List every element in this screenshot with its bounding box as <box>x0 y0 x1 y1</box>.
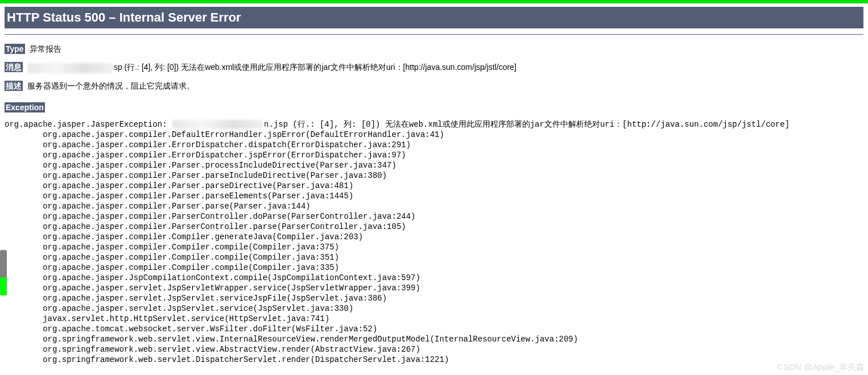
redacted-text <box>28 63 113 73</box>
stack-line: org.springframework.web.servlet.view.Int… <box>5 334 863 344</box>
type-value: 异常报告 <box>30 44 61 53</box>
page-title: HTTP Status 500 – Internal Server Error <box>5 7 863 28</box>
divider <box>5 34 863 35</box>
stack-line: org.apache.jasper.compiler.Parser.parseD… <box>5 181 863 191</box>
stack-line: org.apache.jasper.servlet.JspServlet.ser… <box>5 293 863 303</box>
description-row: 描述 服务器遇到一个意外的情况，阻止它完成请求。 <box>5 80 863 92</box>
stack-line: org.apache.jasper.compiler.Compiler.comp… <box>5 262 863 273</box>
type-row: Type 异常报告 <box>5 43 863 55</box>
stack-line: org.apache.jasper.compiler.Compiler.comp… <box>5 242 863 252</box>
stack-line: org.apache.jasper.compiler.Parser.proces… <box>5 160 863 170</box>
stack-line: org.apache.jasper.compiler.ErrorDispatch… <box>5 140 863 150</box>
error-page: HTTP Status 500 – Internal Server Error … <box>0 7 868 369</box>
stack-line: org.apache.jasper.compiler.ParserControl… <box>5 211 863 222</box>
stack-line: org.apache.jasper.servlet.JspServletWrap… <box>5 283 863 293</box>
stack-head: org.apache.jasper.JasperException: n.jsp… <box>5 119 863 130</box>
stack-trace: org.apache.jasper.JasperException: n.jsp… <box>5 119 863 365</box>
type-label: Type <box>5 44 25 54</box>
stack-line: org.springframework.web.servlet.view.Abs… <box>5 344 863 355</box>
stack-line: org.apache.jasper.compiler.ParserControl… <box>5 222 863 232</box>
stack-line: org.apache.jasper.compiler.Compiler.comp… <box>5 252 863 262</box>
message-row: 消息 sp (行.: [4], 列: [0]) 无法在web.xml或使用此应用… <box>5 61 863 73</box>
side-handle <box>0 250 7 295</box>
stack-line: org.apache.jasper.compiler.Parser.parseI… <box>5 170 863 181</box>
description-value: 服务器遇到一个意外的情况，阻止它完成请求。 <box>27 81 195 90</box>
stack-line: javax.servlet.http.HttpServlet.service(H… <box>5 314 863 324</box>
message-value: sp (行.: [4], 列: [0]) 无法在web.xml或使用此应用程序部… <box>114 63 516 72</box>
stack-line: org.apache.jasper.servlet.JspServlet.ser… <box>5 303 863 314</box>
stack-line: org.apache.jasper.compiler.ErrorDispatch… <box>5 150 863 160</box>
stack-line: org.apache.jasper.JspCompilationContext.… <box>5 273 863 283</box>
stack-line: org.apache.jasper.compiler.Parser.parse(… <box>5 201 863 211</box>
description-label: 描述 <box>5 81 23 91</box>
top-green-bar <box>0 0 868 3</box>
stack-line: org.springframework.web.servlet.Dispatch… <box>5 355 863 365</box>
message-label: 消息 <box>5 62 23 72</box>
exception-heading: Exception <box>5 102 45 113</box>
stack-line: org.apache.jasper.compiler.DefaultErrorH… <box>5 130 863 140</box>
stack-line: org.apache.jasper.compiler.Parser.parseE… <box>5 191 863 201</box>
redacted-text <box>172 120 263 129</box>
stack-line: org.apache.tomcat.websocket.server.WsFil… <box>5 324 863 334</box>
stack-line: org.apache.jasper.compiler.Compiler.gene… <box>5 232 863 242</box>
